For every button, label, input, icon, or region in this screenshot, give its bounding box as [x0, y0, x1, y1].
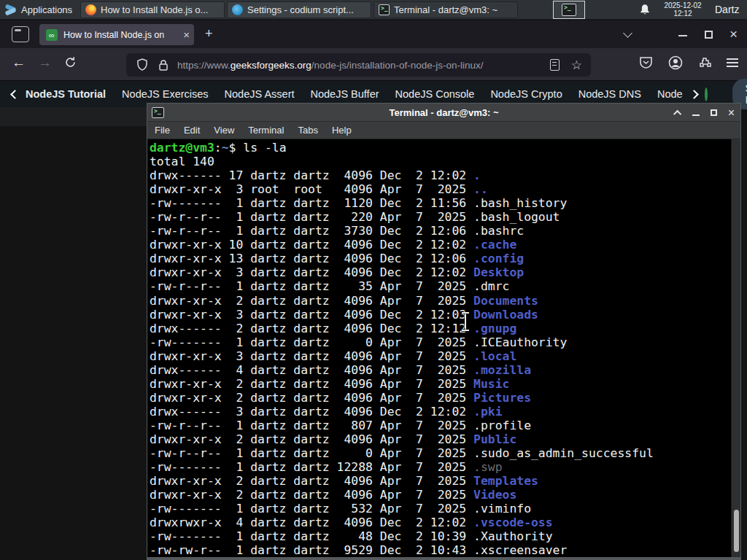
forward-button[interactable]: → — [38, 55, 52, 71]
site-nav-item[interactable]: NodeJS Exercises — [114, 88, 216, 100]
url-scheme: https://www. — [177, 60, 231, 71]
site-nav-item[interactable]: NodeJS DNS — [570, 88, 649, 100]
tracking-shield-icon[interactable] — [136, 58, 148, 71]
list-all-tabs-icon[interactable] — [623, 28, 632, 38]
url-text: https://www.geeksforgeeks.org/node-js/in… — [177, 60, 550, 71]
taskbar-window-title: Terminal - dartz@vm3: ~ — [394, 4, 513, 15]
taskbar-window-button[interactable]: How to Install Node.js o... — [80, 1, 225, 18]
terminal-menu-file[interactable]: File — [155, 125, 170, 136]
terminal-window: Terminal - dartz@vm3: ~ × FileEditViewTe… — [147, 103, 741, 560]
firefox-icon — [85, 4, 96, 15]
terminal-listing-row: -rw------- 1 dartz dartz 48 Dec 2 10:39 … — [150, 529, 740, 543]
reload-button[interactable] — [64, 56, 77, 69]
back-button[interactable]: ← — [12, 55, 26, 71]
account-icon[interactable] — [668, 55, 683, 70]
browser-toolbar: ← → https://www.geeksforgeeks.org/node-j… — [0, 48, 747, 81]
page-background — [0, 107, 147, 126]
terminal-close-button[interactable]: × — [728, 107, 735, 119]
bookmark-star-icon[interactable]: ☆ — [571, 58, 582, 73]
terminal-menu-bar: FileEditViewTerminalTabsHelp — [147, 122, 740, 139]
terminal-listing-row: -rw-r--r-- 1 dartz dartz 35 Apr 7 2025 .… — [150, 279, 740, 293]
terminal-listing-row: drwxr-xr-x 2 dartz dartz 4096 Apr 7 2025… — [150, 488, 740, 502]
tab-title: How to Install Node.js on — [63, 30, 180, 40]
terminal-listing-row: drwxr-xr-x 2 dartz dartz 4096 Apr 7 2025… — [150, 432, 740, 446]
clock-time: 12:12 — [659, 9, 707, 18]
top-panel: Applications How to Install Node.js o...… — [0, 0, 747, 20]
lock-icon[interactable] — [158, 59, 169, 71]
browser-tab-active[interactable]: ∞ How to Install Node.js on × — [39, 24, 194, 45]
terminal-launcher-button[interactable] — [553, 1, 585, 19]
terminal-listing-row: -rw------- 1 dartz dartz 1120 Dec 2 11:5… — [150, 196, 740, 210]
terminal-listing-row: -rw-r--r-- 1 dartz dartz 220 Apr 7 2025 … — [150, 210, 740, 224]
clock-date: 2025-12-02 — [659, 1, 707, 9]
terminal-menu-edit[interactable]: Edit — [184, 125, 200, 136]
applications-menu-button[interactable]: Applications — [0, 0, 78, 20]
site-nav-item[interactable]: NodeJS Crypto — [482, 88, 570, 100]
terminal-scrollbar-thumb[interactable] — [734, 510, 739, 552]
terminal-scrollbar[interactable] — [731, 139, 740, 557]
site-nav-item[interactable]: NodeJS Assert — [217, 88, 303, 100]
window-close-button[interactable]: × — [729, 26, 738, 42]
taskbar-window-button[interactable]: Terminal - dartz@vm3: ~ — [374, 1, 518, 18]
terminal-output[interactable]: dartz@vm3:~$ ls -la total 140 drwx------… — [147, 139, 740, 557]
menu-hamburger-icon[interactable] — [727, 58, 738, 67]
terminal-listing-row: drwx------ 4 dartz dartz 4096 Apr 7 2025… — [150, 363, 740, 377]
prompt-user-host: dartz@vm3 — [150, 141, 214, 155]
terminal-listing-row: drwxr-xr-x 3 dartz dartz 4096 Dec 2 12:0… — [150, 265, 740, 279]
panel-user-label[interactable]: Dartz — [715, 4, 739, 15]
taskbar-window-title: How to Install Node.js o... — [101, 4, 220, 15]
extensions-puzzle-icon[interactable] — [698, 56, 711, 69]
site-nav-items: NodeJS TutorialNodeJS ExercisesNodeJS As… — [24, 88, 691, 100]
site-favicon: ∞ — [46, 29, 58, 41]
tab-close-icon[interactable]: × — [183, 29, 190, 40]
terminal-icon — [379, 4, 390, 15]
window-maximize-button[interactable] — [705, 31, 713, 39]
terminal-menu-help[interactable]: Help — [332, 125, 352, 136]
terminal-listing-row: drwxr-xr-x 2 dartz dartz 4096 Apr 7 2025… — [150, 294, 740, 308]
terminal-menu-view[interactable]: View — [214, 125, 234, 136]
terminal-prompt-line: dartz@vm3:~$ ls -la — [150, 141, 740, 155]
window-minimize-button[interactable] — [678, 35, 687, 36]
terminal-menu-tabs[interactable]: Tabs — [298, 125, 317, 136]
terminal-listing-row: drwxr-xr-x 13 dartz dartz 4096 Dec 2 12:… — [150, 252, 740, 265]
url-path: /node-js/installation-of-node-js-on-linu… — [311, 60, 484, 71]
desktop: Applications How to Install Node.js o...… — [0, 0, 747, 560]
terminal-listing: drwx------ 17 dartz dartz 4096 Dec 2 12:… — [150, 168, 740, 557]
terminal-listing-row: drwx------ 2 dartz dartz 4096 Dec 2 12:1… — [150, 322, 740, 335]
url-domain: geeksforgeeks.org — [231, 60, 311, 71]
url-bar[interactable]: https://www.geeksforgeeks.org/node-js/in… — [126, 53, 591, 77]
terminal-listing-row: drwx------ 17 dartz dartz 4096 Dec 2 12:… — [150, 168, 740, 182]
applications-label: Applications — [21, 4, 72, 15]
nav-chevron-right-icon[interactable] — [689, 90, 699, 99]
reader-mode-icon[interactable] — [550, 59, 560, 71]
terminal-listing-row: -rw-r--r-- 1 dartz dartz 3730 Dec 2 12:0… — [150, 224, 740, 238]
terminal-listing-row: drwxr-xr-x 3 root root 4096 Apr 7 2025 .… — [150, 182, 740, 196]
site-nav-item[interactable]: NodeJS Tutorial — [24, 88, 114, 100]
site-nav-item[interactable]: Node — [649, 88, 691, 100]
terminal-listing-row: -rw-r--r-- 1 dartz dartz 0 Apr 7 2025 .s… — [150, 446, 740, 460]
new-tab-button[interactable]: + — [205, 28, 213, 39]
panel-clock[interactable]: 2025-12-02 12:12 — [659, 1, 707, 18]
prompt-command: $ ls -la — [229, 141, 287, 155]
terminal-title-bar[interactable]: Terminal - dartz@vm3: ~ × — [147, 104, 740, 122]
terminal-listing-row: -rw------- 1 dartz dartz 12288 Apr 7 202… — [150, 460, 740, 474]
terminal-listing-row: -rw-rw-r-- 1 dartz dartz 9529 Dec 2 10:4… — [150, 543, 740, 557]
terminal-resize-edge[interactable] — [147, 557, 740, 560]
site-nav-item[interactable]: NodeJS Buffer — [303, 88, 387, 100]
terminal-icon — [562, 4, 576, 16]
taskbar-window-button[interactable]: Settings - codium script... — [227, 1, 371, 18]
terminal-listing-row: drwxr-xr-x 2 dartz dartz 4096 Apr 7 2025… — [150, 474, 740, 488]
terminal-listing-row: drwxr-xr-x 10 dartz dartz 4096 Dec 2 12:… — [150, 238, 740, 252]
terminal-menu-terminal[interactable]: Terminal — [248, 125, 284, 136]
terminal-minimize-button[interactable] — [692, 114, 700, 116]
terminal-maximize-button[interactable] — [711, 109, 717, 116]
terminal-listing-row: drwxr-xr-x 3 dartz dartz 4096 Dec 2 12:0… — [150, 308, 740, 322]
taskbar-window-title: Settings - codium script... — [247, 4, 366, 15]
search-icon[interactable] — [705, 88, 708, 101]
nav-chevron-left-icon[interactable] — [10, 90, 20, 99]
site-nav-item[interactable]: NodeJS Console — [387, 88, 483, 100]
pocket-icon[interactable] — [639, 56, 653, 69]
terminal-listing-row: drwxr-xr-x 2 dartz dartz 4096 Apr 7 2025… — [150, 377, 740, 391]
notification-bell-icon[interactable] — [639, 4, 651, 16]
firefox-view-icon[interactable] — [12, 26, 29, 42]
